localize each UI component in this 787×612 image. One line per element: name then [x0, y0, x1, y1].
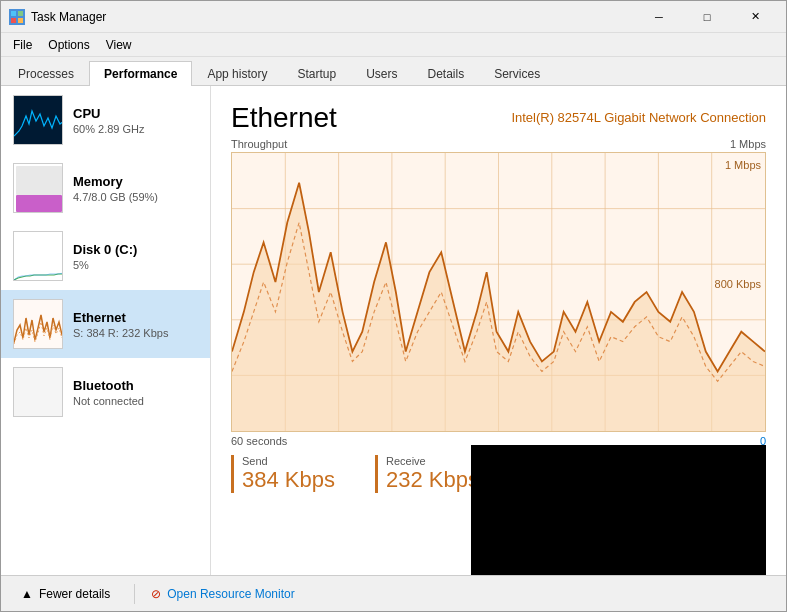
memory-thumbnail: [13, 163, 63, 213]
memory-info: Memory 4.7/8.0 GB (59%): [73, 174, 198, 203]
task-manager-window: Task Manager ─ □ ✕ File Options View Pro…: [0, 0, 787, 612]
app-icon: [9, 9, 25, 25]
sidebar-item-ethernet[interactable]: Ethernet S: 384 R: 232 Kbps: [1, 290, 210, 358]
send-stat: Send 384 Kbps: [231, 455, 335, 493]
svg-rect-7: [16, 166, 62, 195]
menu-options[interactable]: Options: [40, 35, 97, 55]
obscured-area: [471, 445, 766, 575]
disk-thumbnail: [13, 231, 63, 281]
detail-title: Ethernet: [231, 102, 337, 134]
disk-info: Disk 0 (C:) 5%: [73, 242, 198, 271]
fewer-details-icon: ▲: [21, 587, 33, 601]
cpu-title: CPU: [73, 106, 198, 121]
tab-services[interactable]: Services: [479, 61, 555, 86]
title-bar: Task Manager ─ □ ✕: [1, 1, 786, 33]
adapter-name: Intel(R) 82574L Gigabit Network Connecti…: [511, 102, 766, 125]
tab-performance[interactable]: Performance: [89, 61, 192, 86]
minimize-button[interactable]: ─: [636, 3, 682, 31]
sidebar-item-disk[interactable]: Disk 0 (C:) 5%: [1, 222, 210, 290]
svg-rect-0: [11, 11, 16, 16]
throughput-label: Throughput: [231, 138, 287, 150]
tab-processes[interactable]: Processes: [3, 61, 89, 86]
sidebar-item-cpu[interactable]: CPU 60% 2.89 GHz: [1, 86, 210, 154]
disk-subtitle: 5%: [73, 259, 198, 271]
menu-file[interactable]: File: [5, 35, 40, 55]
menu-bar: File Options View: [1, 33, 786, 57]
resource-monitor-icon: ⊘: [151, 587, 161, 601]
menu-view[interactable]: View: [98, 35, 140, 55]
footer: ▲ Fewer details ⊘ Open Resource Monitor: [1, 575, 786, 611]
detail-header: Ethernet Intel(R) 82574L Gigabit Network…: [231, 102, 766, 134]
send-label: Send: [242, 455, 335, 467]
footer-divider: [134, 584, 135, 604]
fewer-details-button[interactable]: ▲ Fewer details: [13, 583, 118, 605]
svg-rect-4: [14, 96, 63, 145]
sidebar-item-memory[interactable]: Memory 4.7/8.0 GB (59%): [1, 154, 210, 222]
sidebar: CPU 60% 2.89 GHz Memory 4.7/8.0 GB (59%): [1, 86, 211, 575]
ethernet-title: Ethernet: [73, 310, 198, 325]
cpu-thumbnail: [13, 95, 63, 145]
stats-container: Send 384 Kbps Receive 232 Kbps: [231, 455, 766, 493]
bluetooth-info: Bluetooth Not connected: [73, 378, 198, 407]
bluetooth-thumbnail: [13, 367, 63, 417]
window-controls: ─ □ ✕: [636, 3, 778, 31]
cpu-info: CPU 60% 2.89 GHz: [73, 106, 198, 135]
ethernet-subtitle: S: 384 R: 232 Kbps: [73, 327, 198, 339]
open-resource-monitor-link[interactable]: ⊘ Open Resource Monitor: [151, 587, 294, 601]
throughput-graph: 1 Mbps 800 Kbps: [231, 152, 766, 432]
ethernet-info: Ethernet S: 384 R: 232 Kbps: [73, 310, 198, 339]
maximize-button[interactable]: □: [684, 3, 730, 31]
tab-details[interactable]: Details: [412, 61, 479, 86]
sidebar-item-bluetooth[interactable]: Bluetooth Not connected: [1, 358, 210, 426]
tab-users[interactable]: Users: [351, 61, 412, 86]
memory-title: Memory: [73, 174, 198, 189]
fewer-details-label: Fewer details: [39, 587, 110, 601]
tab-bar: Processes Performance App history Startu…: [1, 57, 786, 86]
svg-rect-6: [16, 195, 62, 212]
svg-rect-2: [11, 18, 16, 23]
cpu-subtitle: 60% 2.89 GHz: [73, 123, 198, 135]
send-value: 384 Kbps: [242, 467, 335, 493]
graph-labels: Throughput 1 Mbps: [231, 138, 766, 150]
receive-stat: Receive 232 Kbps: [375, 455, 479, 493]
ethernet-thumbnail: [13, 299, 63, 349]
disk-title: Disk 0 (C:): [73, 242, 198, 257]
graph-mid-label: 800 Kbps: [715, 278, 761, 290]
svg-rect-1: [18, 11, 23, 16]
resource-monitor-label: Open Resource Monitor: [167, 587, 294, 601]
bluetooth-title: Bluetooth: [73, 378, 198, 393]
main-content: CPU 60% 2.89 GHz Memory 4.7/8.0 GB (59%): [1, 86, 786, 575]
memory-subtitle: 4.7/8.0 GB (59%): [73, 191, 198, 203]
tab-startup[interactable]: Startup: [282, 61, 351, 86]
close-button[interactable]: ✕: [732, 3, 778, 31]
graph-max-label: 1 Mbps: [725, 159, 761, 171]
time-start-label: 60 seconds: [231, 435, 287, 447]
bluetooth-subtitle: Not connected: [73, 395, 198, 407]
receive-label: Receive: [386, 455, 479, 467]
svg-rect-3: [18, 18, 23, 23]
max-label: 1 Mbps: [730, 138, 766, 150]
detail-panel: Ethernet Intel(R) 82574L Gigabit Network…: [211, 86, 786, 575]
receive-value: 232 Kbps: [386, 467, 479, 493]
tab-app-history[interactable]: App history: [192, 61, 282, 86]
window-title: Task Manager: [31, 10, 636, 24]
svg-rect-10: [14, 368, 63, 417]
